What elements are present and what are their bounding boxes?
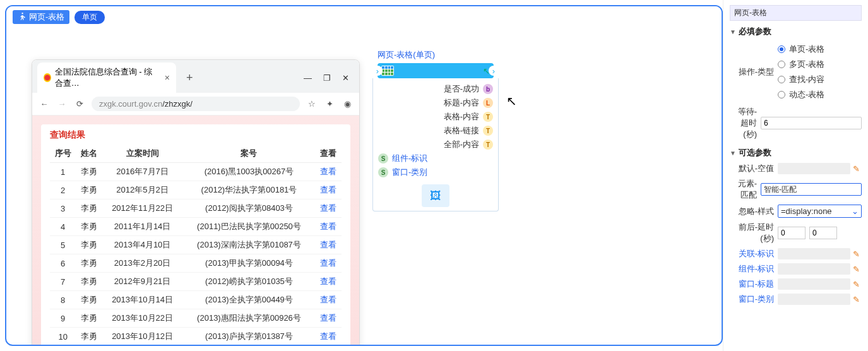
extension-icon[interactable]: ✦ — [324, 99, 335, 109]
new-tab-button[interactable]: + — [181, 71, 198, 85]
cell-case: (2013)全执字第00449号 — [182, 291, 315, 309]
link-input[interactable] — [778, 294, 850, 305]
default-input[interactable] — [778, 163, 850, 174]
view-link[interactable]: 查看 — [316, 273, 342, 291]
cell-date: 2012年5月2日 — [102, 181, 183, 199]
node-output[interactable]: 标题-内容L — [378, 96, 493, 110]
radio-option[interactable]: 多页-表格 — [778, 57, 862, 72]
cell-index: 6 — [50, 254, 76, 273]
profile-icon[interactable]: ◉ — [342, 99, 353, 109]
cell-date: 2012年11月22日 — [102, 199, 183, 218]
cell-date: 2013年10月14日 — [102, 291, 183, 309]
flow-node[interactable]: 网页-表格(单页) › ↖ › 是否-成功b标题-内容L表格-内容T表格-链接T… — [372, 47, 499, 211]
tab-title: 全国法院信息综合查询 - 综合查… — [55, 66, 157, 89]
view-link[interactable]: 查看 — [316, 291, 342, 309]
link-input[interactable] — [778, 278, 850, 290]
node-output[interactable]: 表格-链接T — [378, 124, 493, 138]
edit-icon[interactable]: ✎ — [853, 164, 862, 173]
browser-tab[interactable]: 全国法院信息综合查询 - 综合查… × — [37, 62, 176, 93]
link-label[interactable]: 组件-标识 — [730, 263, 778, 275]
op-type-label: 操作-类型 — [730, 66, 778, 78]
cell-index: 1 — [50, 163, 76, 181]
link-label[interactable]: 窗口-标题 — [730, 278, 778, 290]
default-row: 默认-空值 ✎ — [730, 161, 862, 176]
node-input[interactable]: S窗口-类别 — [378, 165, 493, 179]
node-output[interactable]: 是否-成功b — [378, 82, 493, 96]
main-canvas: 网页-表格 单页 全国法院信息综合查询 - 综合查… × + — ❐ ✕ ← →… — [5, 5, 723, 346]
favicon-icon — [44, 73, 51, 82]
node-body: 是否-成功b标题-内容L表格-内容T表格-链接T全部-内容T S组件-标识S窗口… — [372, 78, 499, 211]
wait-label: 等待-超时(秒) — [730, 106, 761, 140]
view-link[interactable]: 查看 — [316, 218, 342, 236]
star-icon[interactable]: ☆ — [306, 99, 318, 109]
cursor-icon: ↖ — [506, 93, 517, 109]
link-input[interactable] — [778, 248, 850, 259]
ignore-row: 忽略-样式 =display:none⌄ — [730, 203, 862, 220]
pin-icon: T — [483, 112, 493, 122]
edit-icon[interactable]: ✎ — [853, 280, 862, 289]
radio-option[interactable]: 动态-表格 — [778, 87, 862, 102]
required-section[interactable]: ▼必填参数 — [730, 26, 862, 37]
node-header[interactable]: ↖ — [378, 63, 494, 78]
run-badge[interactable]: 网页-表格 — [13, 10, 69, 24]
table-icon — [381, 66, 394, 76]
page-content: 查询结果 序号 姓名 立案时间 案号 查看 1李勇2016年7月7日(2016)… — [32, 116, 359, 346]
cell-case: (2012)阅执字第08403号 — [182, 199, 315, 218]
view-link[interactable]: 查看 — [316, 254, 342, 273]
match-row: 元素-匹配 — [730, 176, 862, 203]
link-label[interactable]: 关联-标识 — [730, 248, 778, 259]
close-tab-icon[interactable]: × — [165, 73, 170, 83]
forward-icon[interactable]: → — [56, 99, 68, 109]
view-link[interactable]: 查看 — [316, 309, 342, 328]
edit-icon[interactable]: ✎ — [853, 249, 862, 258]
node-out-chevron-icon[interactable]: › — [489, 66, 499, 76]
col-index: 序号 — [50, 145, 76, 163]
cell-date: 2013年4月10日 — [102, 236, 183, 254]
cell-case: (2012)华法执字第00181号 — [182, 181, 315, 199]
panel-header: 网页-表格 — [730, 5, 862, 21]
cell-index: 10 — [50, 328, 76, 346]
tab-row: 全国法院信息综合查询 - 综合查… × + — ❐ ✕ — [32, 60, 359, 93]
radio-label: 动态-表格 — [789, 89, 824, 100]
node-input[interactable]: S组件-标识 — [378, 152, 493, 165]
back-icon[interactable]: ← — [39, 99, 50, 109]
view-link[interactable]: 查看 — [316, 181, 342, 199]
cell-date: 2013年10月22日 — [102, 309, 183, 328]
mode-pill[interactable]: 单页 — [74, 11, 105, 24]
node-output[interactable]: 全部-内容T — [378, 138, 493, 152]
delay-after-input[interactable] — [809, 227, 837, 239]
wait-input[interactable] — [761, 117, 862, 129]
close-window-icon[interactable]: ✕ — [342, 73, 349, 83]
minimize-icon[interactable]: — — [304, 73, 312, 83]
delay-before-input[interactable] — [778, 227, 806, 239]
match-input[interactable] — [761, 183, 862, 196]
reload-icon[interactable]: ⟳ — [74, 99, 85, 109]
view-link[interactable]: 查看 — [316, 163, 342, 181]
col-date: 立案时间 — [102, 145, 183, 163]
url-bar[interactable]: zxgk.court.gov.cn/zhzxgk/ — [92, 97, 300, 111]
radio-option[interactable]: 查找-内容 — [778, 72, 862, 87]
view-link[interactable]: 查看 — [316, 199, 342, 218]
view-link[interactable]: 查看 — [316, 328, 342, 346]
cell-index: 2 — [50, 181, 76, 199]
cell-case: (2013)甲执字第00094号 — [182, 254, 315, 273]
maximize-icon[interactable]: ❐ — [323, 73, 331, 83]
radio-option[interactable]: 单页-表格 — [778, 42, 862, 57]
table-row: 4李勇2011年1月14日(2011)巴法民执字第00250号查看 — [50, 218, 342, 236]
node-output[interactable]: 表格-内容T — [378, 110, 493, 124]
cell-index: 8 — [50, 291, 76, 309]
link-input[interactable] — [778, 263, 850, 275]
edit-icon[interactable]: ✎ — [853, 295, 862, 304]
edit-icon[interactable]: ✎ — [853, 265, 862, 273]
node-in-chevron-icon[interactable]: › — [372, 66, 383, 76]
cell-name: 李勇 — [76, 199, 102, 218]
col-view: 查看 — [316, 145, 342, 163]
view-link[interactable]: 查看 — [316, 236, 342, 254]
optional-section[interactable]: ▼可选参数 — [730, 147, 862, 158]
url-host: zxgk.court.gov.cn — [99, 99, 162, 109]
cell-index: 5 — [50, 236, 76, 254]
link-label[interactable]: 窗口-类别 — [730, 294, 778, 305]
ignore-select[interactable]: =display:none⌄ — [778, 205, 862, 218]
radio-icon — [778, 91, 785, 98]
cell-name: 李勇 — [76, 218, 102, 236]
